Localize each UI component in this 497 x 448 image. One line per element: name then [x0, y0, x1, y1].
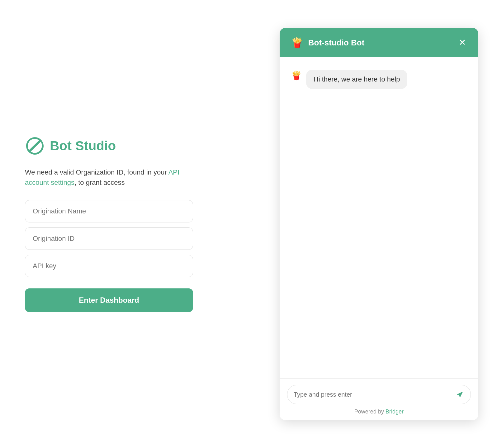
- app-title: Bot Studio: [50, 138, 116, 153]
- origination-name-input[interactable]: [25, 200, 193, 222]
- chat-message-input[interactable]: [294, 391, 452, 398]
- powered-by-text: Powered by: [354, 408, 386, 415]
- chat-header-title: Bot-studio Bot: [308, 38, 365, 48]
- description-suffix: , to grant access: [74, 179, 125, 186]
- chat-header-emoji: 🍟: [291, 37, 303, 49]
- form-group: [25, 200, 193, 277]
- right-panel: 🍟 Bot-studio Bot ✕ 🍟 Hi there, we are he…: [273, 0, 497, 448]
- openai-logo-icon: [25, 136, 45, 156]
- chat-header-left: 🍟 Bot-studio Bot: [291, 37, 365, 49]
- chat-close-button[interactable]: ✕: [457, 37, 467, 48]
- send-icon: [456, 390, 464, 399]
- chat-widget: 🍟 Bot-studio Bot ✕ 🍟 Hi there, we are he…: [280, 28, 478, 420]
- enter-dashboard-button[interactable]: Enter Dashboard: [25, 288, 193, 312]
- chat-message-avatar-emoji: 🍟: [291, 70, 302, 81]
- bridger-link[interactable]: Bridger: [386, 408, 404, 415]
- logo-row: Bot Studio: [25, 136, 193, 156]
- chat-body: 🍟 Hi there, we are here to help: [280, 57, 478, 378]
- origination-id-input[interactable]: [25, 227, 193, 250]
- chat-bubble: Hi there, we are here to help: [306, 70, 408, 89]
- chat-footer: Powered by Bridger: [280, 378, 478, 420]
- description-prefix: We need a valid Organization ID, found i…: [25, 168, 168, 176]
- description-text: We need a valid Organization ID, found i…: [25, 167, 193, 188]
- chat-message-row: 🍟 Hi there, we are here to help: [291, 70, 467, 89]
- api-key-input[interactable]: [25, 255, 193, 277]
- chat-input-row: [287, 385, 471, 404]
- login-form-container: Bot Studio We need a valid Organization …: [25, 136, 193, 312]
- chat-send-button[interactable]: [456, 390, 464, 399]
- left-panel: Bot Studio We need a valid Organization …: [0, 0, 273, 448]
- powered-by: Powered by Bridger: [287, 408, 471, 415]
- chat-header: 🍟 Bot-studio Bot ✕: [280, 28, 478, 57]
